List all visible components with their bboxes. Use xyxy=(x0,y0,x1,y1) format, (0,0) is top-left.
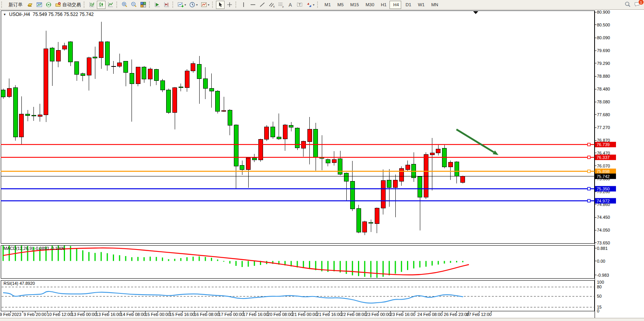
bar-chart-button[interactable] xyxy=(88,1,96,9)
svg-text:15 Feb 16:00: 15 Feb 16:00 xyxy=(170,312,195,317)
timeframe-button-m1[interactable]: M1 xyxy=(321,1,333,9)
tile-windows-button[interactable] xyxy=(139,1,147,9)
label-button[interactable]: T xyxy=(295,1,304,9)
candle-body xyxy=(111,66,116,67)
macd-bar xyxy=(309,261,310,269)
status-bar xyxy=(0,318,644,321)
candle-body xyxy=(332,159,336,162)
timeframe-button-m15-label: M15 xyxy=(350,2,359,7)
macd-bar xyxy=(180,258,181,261)
line-icon xyxy=(107,2,114,8)
candle-body xyxy=(326,159,330,163)
chart-canvas[interactable]: 80.90080.50080.09079.69079.29078.88078.4… xyxy=(0,0,644,321)
fibonacci-icon: F xyxy=(278,2,284,8)
candlestick-chart-button[interactable] xyxy=(97,1,105,9)
signal-icon xyxy=(46,2,52,8)
svg-text:20 Feb 08:00: 20 Feb 08:00 xyxy=(268,312,293,317)
text-button[interactable]: A xyxy=(286,1,295,9)
crosshair-button[interactable] xyxy=(225,1,234,9)
new-order-button-label: 新订单 xyxy=(9,2,23,8)
svg-text:75.898: 75.898 xyxy=(597,169,610,174)
candle-body xyxy=(118,63,122,66)
notification-badge: 1 xyxy=(638,0,644,5)
timeframe-button-mn[interactable]: MN xyxy=(428,1,440,9)
line-handle xyxy=(588,170,590,173)
macd-bar xyxy=(242,261,243,267)
fibonacci-button[interactable]: F xyxy=(277,1,285,9)
macd-bar xyxy=(162,258,163,261)
auto-trading-button[interactable]: 自动交易 xyxy=(54,1,82,9)
macd-axis[interactable]: 0.8810.00-0.983 xyxy=(595,246,609,277)
macd-bar xyxy=(432,261,433,266)
search-icon xyxy=(625,1,631,7)
svg-text:E: E xyxy=(273,5,275,8)
candle-body xyxy=(209,89,214,91)
candle-body xyxy=(7,89,11,96)
zoom-out-button[interactable] xyxy=(130,1,138,9)
candle-body xyxy=(1,90,5,97)
signals-button[interactable] xyxy=(44,1,53,9)
time-axis[interactable]: 9 Feb 20239 Feb 20:0010 Feb 12:0013 Feb … xyxy=(0,311,491,317)
candle-body xyxy=(240,166,244,170)
chart-dropdown-icon[interactable]: ▼ xyxy=(3,13,6,16)
candle-body xyxy=(461,176,465,183)
timeframe-button-h4-label: H4 xyxy=(393,2,399,7)
timeframe-button-h4[interactable]: H4 xyxy=(390,1,401,9)
timeframe-button-m30[interactable]: M30 xyxy=(362,1,376,9)
timeframe-button-m15[interactable]: M15 xyxy=(347,1,361,9)
timeframe-button-mn-label: MN xyxy=(431,2,438,7)
candle-body xyxy=(405,165,410,169)
templates-button[interactable]: ▾ xyxy=(200,1,211,9)
history-center-button[interactable] xyxy=(26,1,34,9)
svg-text:9 Feb 2023: 9 Feb 2023 xyxy=(0,312,21,317)
svg-text:80: 80 xyxy=(597,284,602,289)
search-button[interactable] xyxy=(623,0,632,9)
candle-body xyxy=(216,91,220,111)
arrows-button[interactable]: ▾ xyxy=(305,1,316,9)
macd-bar xyxy=(235,261,237,266)
cursor-button[interactable] xyxy=(216,1,225,9)
candle-body xyxy=(393,180,398,188)
candle-body xyxy=(173,88,177,113)
auto-scroll-button[interactable] xyxy=(153,1,161,9)
indicators-button[interactable]: ▾ xyxy=(176,1,187,9)
macd-bar xyxy=(444,261,445,264)
trendline-button[interactable] xyxy=(258,1,267,9)
svg-text:76.337: 76.337 xyxy=(597,155,610,160)
line-chart-button[interactable] xyxy=(106,1,115,9)
macd-bar xyxy=(199,256,200,261)
timeframe-button-d1-label: D1 xyxy=(405,2,411,7)
toolbar-group-separator xyxy=(212,2,214,8)
candle-body xyxy=(167,90,171,113)
tile-icon xyxy=(140,2,146,8)
vertical-line-button[interactable] xyxy=(239,1,248,9)
candle-body xyxy=(136,67,140,84)
templates-icon xyxy=(201,2,207,8)
channel-button[interactable]: E xyxy=(267,1,276,9)
macd-bar xyxy=(113,255,114,261)
periods-button[interactable]: ▾ xyxy=(188,1,199,9)
horizontal-line-button[interactable] xyxy=(249,1,257,9)
candle-body xyxy=(99,42,104,58)
svg-text:13 Feb 00:00: 13 Feb 00:00 xyxy=(72,312,97,317)
svg-text:78.480: 78.480 xyxy=(597,87,610,91)
macd-bar xyxy=(419,261,421,268)
new-order-button[interactable]: 新订单 xyxy=(5,1,25,9)
chevron-down-icon: ▾ xyxy=(184,3,186,7)
timeframe-button-d1[interactable]: D1 xyxy=(402,1,414,9)
svg-text:22 Feb 08:00: 22 Feb 08:00 xyxy=(341,312,367,317)
candle-body xyxy=(62,45,67,49)
price-axis[interactable]: 80.90080.50080.09079.69079.29078.88078.4… xyxy=(595,10,610,245)
candle-body xyxy=(289,126,293,127)
candle-body xyxy=(191,64,195,71)
charts-window-button[interactable] xyxy=(35,1,44,9)
timeframe-button-m5[interactable]: M5 xyxy=(334,1,346,9)
candle-body xyxy=(142,67,146,79)
zoom-in-button[interactable] xyxy=(120,1,129,9)
chart-shift-button[interactable] xyxy=(162,1,171,9)
timeframe-button-w1[interactable]: W1 xyxy=(414,1,427,9)
macd-bar xyxy=(456,261,457,263)
svg-text:T: T xyxy=(298,3,300,7)
timeframe-button-h1[interactable]: H1 xyxy=(377,1,389,9)
auto-scroll-icon xyxy=(154,2,160,8)
